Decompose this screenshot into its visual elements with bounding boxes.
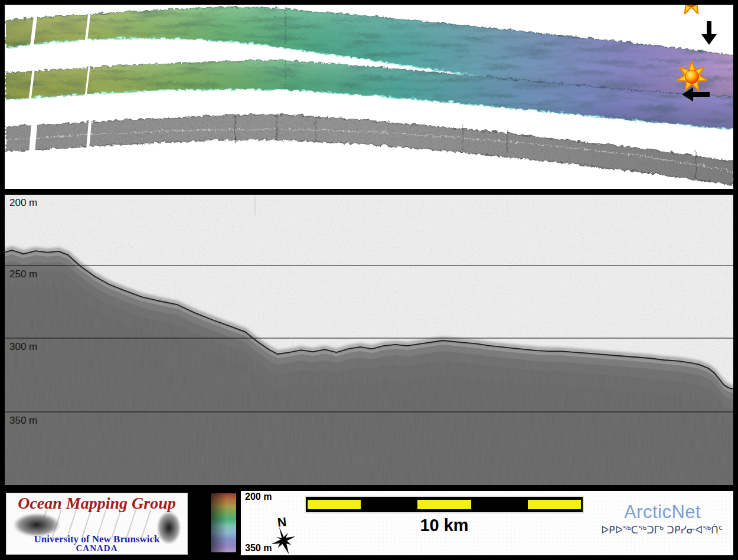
north-arrow: N [262, 515, 312, 556]
swath-mosaic-panel [5, 5, 733, 189]
scale-segment-black [363, 500, 416, 509]
omg-logo: Ocean Mapping Group University of New Br… [6, 493, 188, 555]
down-arrow-icon [701, 21, 717, 45]
arcticnet-inuktitut: ᐅᑭᐅᖅᑕᖅᑐᒥᒃ ᑐᑭᓯᓂᐊᖅᑏᑦ [586, 524, 737, 536]
scale-bar [306, 497, 583, 512]
depth-label-350: 350 m [9, 415, 37, 426]
depth-label-250: 250 m [9, 268, 37, 280]
scale-segment-black [473, 500, 526, 509]
survey-figure: { "top_panel": { "swaths": [ {"name": "b… [0, 0, 738, 560]
north-label: N [277, 515, 287, 529]
compass-star-icon [269, 525, 298, 556]
scale-segment-yellow [308, 500, 361, 509]
depth-colorbar [211, 493, 236, 552]
sun-icon [677, 5, 707, 14]
depth-label-300: 300 m [9, 341, 37, 352]
scale-bar-label: 10 km [306, 516, 583, 535]
sidescan-swath [5, 113, 733, 184]
depth-label-200: 200 m [9, 197, 37, 208]
subbottom-echogram: 200 m 250 m 300 m 350 m [5, 195, 733, 485]
illumination-sun-down [677, 5, 717, 45]
arcticnet-logo: ArcticNet [589, 502, 736, 523]
subbottom-echogram-panel: 200 m 250 m 300 m 350 m [5, 195, 733, 485]
colorbar-top-label: 200 m [245, 492, 272, 502]
scale-segment-yellow [417, 500, 471, 509]
map-footer: Ocean Mapping Group University of New Br… [5, 491, 733, 555]
footer-left-panel: Ocean Mapping Group University of New Br… [5, 491, 241, 555]
scale-segment-yellow [528, 500, 581, 509]
swath-mosaic [5, 5, 733, 189]
omg-country: CANADA [6, 543, 187, 554]
omg-title: Ocean Mapping Group [6, 494, 187, 513]
